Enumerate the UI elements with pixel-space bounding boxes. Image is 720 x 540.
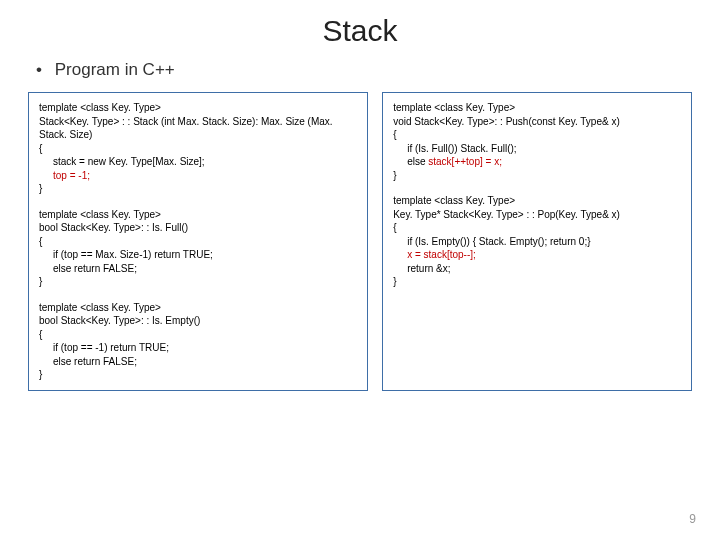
code-line: template <class Key. Type> [393,101,681,115]
code-line: if (top == Max. Size-1) return TRUE; [39,248,357,262]
code-line-highlight: x = stack[top--]; [393,248,681,262]
code-line: Stack<Key. Type> : : Stack (int Max. Sta… [39,115,357,142]
bullet-line: • Program in C++ [36,60,692,80]
code-line: { [39,235,357,249]
code-line-highlight: top = -1; [39,169,357,183]
page-number: 9 [689,512,696,526]
code-line: if (Is. Empty()) { Stack. Empty(); retur… [393,235,681,249]
code-line: void Stack<Key. Type>: : Push(const Key.… [393,115,681,129]
code-line: Key. Type* Stack<Key. Type> : : Pop(Key.… [393,208,681,222]
slide: Stack • Program in C++ template <class K… [0,0,720,540]
code-line: { [39,142,357,156]
code-line: template <class Key. Type> [39,301,357,315]
bullet-dot: • [36,60,50,80]
code-text: else [407,156,428,167]
bullet-text: Program in C++ [55,60,175,79]
code-line: } [39,275,357,289]
code-pop: template <class Key. Type> Key. Type* St… [393,194,681,289]
code-line: else return FALSE; [39,262,357,276]
code-line: bool Stack<Key. Type>: : Is. Full() [39,221,357,235]
code-line: } [39,368,357,382]
code-line: return &x; [393,262,681,276]
code-line-highlight: stack[++top] = x; [428,156,502,167]
code-line: stack = new Key. Type[Max. Size]; [39,155,357,169]
code-line: bool Stack<Key. Type>: : Is. Empty() [39,314,357,328]
code-row: template <class Key. Type> Stack<Key. Ty… [28,92,692,391]
code-line: if (top == -1) return TRUE; [39,341,357,355]
code-line: template <class Key. Type> [393,194,681,208]
code-line: } [39,182,357,196]
code-push: template <class Key. Type> void Stack<Ke… [393,101,681,182]
code-line: template <class Key. Type> [39,101,357,115]
code-isempty: template <class Key. Type> bool Stack<Ke… [39,301,357,382]
code-box-left: template <class Key. Type> Stack<Key. Ty… [28,92,368,391]
code-line: } [393,275,681,289]
code-line: if (Is. Full()) Stack. Full(); [393,142,681,156]
code-isfull: template <class Key. Type> bool Stack<Ke… [39,208,357,289]
code-box-right: template <class Key. Type> void Stack<Ke… [382,92,692,391]
page-title: Stack [28,14,692,48]
code-constructor: template <class Key. Type> Stack<Key. Ty… [39,101,357,196]
code-line: } [393,169,681,183]
code-line: { [393,128,681,142]
code-line: else stack[++top] = x; [393,155,681,169]
code-line: { [39,328,357,342]
code-line: else return FALSE; [39,355,357,369]
code-line: template <class Key. Type> [39,208,357,222]
code-line: { [393,221,681,235]
